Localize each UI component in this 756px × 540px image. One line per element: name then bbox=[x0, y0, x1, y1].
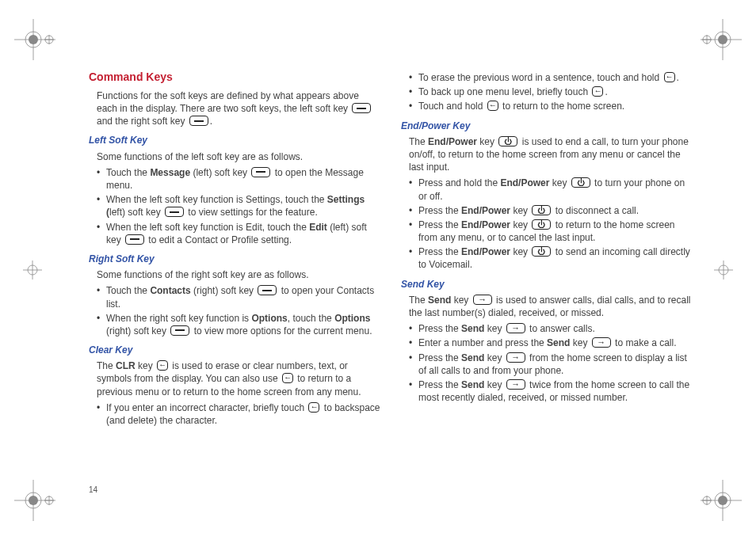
list-item: Press the Send key from the home screen … bbox=[409, 352, 694, 377]
send-key-icon bbox=[592, 337, 611, 348]
crop-mark-icon bbox=[697, 246, 745, 294]
list-item: Press the Send key to answer calls. bbox=[409, 322, 694, 335]
paragraph: The Send key is used to answer calls, di… bbox=[409, 294, 694, 319]
softkey-icon bbox=[352, 103, 371, 113]
send-key-icon bbox=[473, 295, 492, 305]
text: If you enter an incorrect character, bri… bbox=[106, 402, 307, 413]
text: to return to the home screen. bbox=[500, 101, 624, 112]
right-column: To erase the previous word in a sentence… bbox=[401, 70, 694, 485]
text: key bbox=[484, 379, 504, 390]
text: Press the bbox=[418, 246, 461, 257]
text: . bbox=[677, 72, 679, 83]
list-item: Touch and hold to return to the home scr… bbox=[409, 100, 694, 112]
section-heading: Command Keys bbox=[89, 70, 382, 85]
crop-mark-icon bbox=[11, 16, 59, 63]
text: Touch the bbox=[106, 167, 150, 178]
paragraph: The CLR key is used to erase or clear nu… bbox=[97, 359, 382, 398]
text: When the left soft key function is Setti… bbox=[106, 194, 327, 205]
text: key bbox=[549, 177, 569, 188]
text: Press the bbox=[418, 352, 461, 363]
clr-key-icon bbox=[487, 101, 498, 111]
text: Functions for the soft keys are defined … bbox=[97, 90, 359, 114]
softkey-icon bbox=[258, 285, 277, 295]
paragraph: Some functions of the right soft key are… bbox=[97, 268, 382, 281]
text: key bbox=[570, 337, 590, 348]
text: When the left soft key function is Edit,… bbox=[106, 222, 309, 233]
power-key-icon bbox=[532, 219, 551, 230]
bold-text: Send bbox=[461, 379, 484, 390]
text: . bbox=[210, 116, 212, 127]
bold-text: Contacts bbox=[150, 285, 190, 296]
paragraph: The End/Power key is used to end a call,… bbox=[409, 135, 694, 174]
softkey-icon bbox=[165, 207, 184, 217]
text: key bbox=[484, 352, 504, 363]
text: key bbox=[510, 246, 530, 257]
power-key-icon bbox=[571, 177, 590, 188]
list-item: When the left soft key function is Setti… bbox=[97, 193, 382, 219]
bold-text: End/Power bbox=[461, 246, 510, 257]
crop-mark-icon bbox=[697, 16, 745, 63]
list-item: To erase the previous word in a sentence… bbox=[409, 71, 694, 84]
text: to view more options for the current men… bbox=[191, 325, 372, 337]
softkey-icon bbox=[189, 116, 208, 126]
list-item: Press and hold the End/Power key to turn… bbox=[409, 177, 694, 202]
list-item: When the right soft key function is Opti… bbox=[97, 312, 382, 337]
text: key bbox=[510, 219, 530, 230]
bold-text: Send bbox=[428, 295, 451, 306]
bold-text: End/Power bbox=[428, 136, 477, 147]
softkey-icon bbox=[170, 325, 189, 336]
softkey-icon bbox=[125, 234, 144, 245]
list-item: Press the End/Power key to disconnect a … bbox=[409, 204, 694, 217]
clr-key-icon bbox=[282, 373, 293, 383]
intro-paragraph: Functions for the soft keys are defined … bbox=[97, 89, 382, 128]
text: (right) soft key bbox=[191, 285, 257, 296]
text: to answer calls. bbox=[527, 323, 595, 334]
crop-mark-icon bbox=[11, 477, 59, 524]
bullet-list: Press and hold the End/Power key to turn… bbox=[409, 177, 694, 271]
text: key bbox=[510, 205, 530, 216]
text: Press the bbox=[418, 379, 461, 390]
text: Touch the bbox=[106, 285, 150, 296]
text: To erase the previous word in a sentence… bbox=[418, 72, 662, 83]
bullet-list: If you enter an incorrect character, bri… bbox=[97, 401, 382, 427]
crop-mark-icon bbox=[11, 246, 59, 294]
softkey-icon bbox=[251, 167, 270, 177]
power-key-icon bbox=[532, 246, 551, 257]
list-item: Touch the Message (left) soft key to ope… bbox=[97, 166, 382, 192]
text: key bbox=[451, 295, 471, 306]
text: (right) soft key bbox=[106, 325, 169, 337]
send-key-icon bbox=[506, 379, 525, 390]
bullet-list: Touch the Message (left) soft key to ope… bbox=[97, 166, 382, 246]
list-item: Touch the Contacts (right) soft key to o… bbox=[97, 284, 382, 310]
clr-key-icon bbox=[664, 72, 675, 82]
subsection-heading: Send Key bbox=[401, 278, 694, 291]
bold-text: Send bbox=[461, 352, 484, 363]
bold-text: Send bbox=[547, 337, 570, 348]
list-item: If you enter an incorrect character, bri… bbox=[97, 401, 382, 427]
text: . bbox=[605, 86, 607, 97]
text: Touch and hold bbox=[418, 101, 486, 112]
list-item: Press the End/Power key to send an incom… bbox=[409, 245, 694, 271]
subsection-heading: End/Power Key bbox=[401, 120, 694, 132]
list-item: When the left soft key function is Edit,… bbox=[97, 221, 382, 246]
list-item: Enter a number and press the Send key to… bbox=[409, 337, 694, 349]
text: to disconnect a call. bbox=[552, 205, 639, 216]
subsection-heading: Right Soft Key bbox=[89, 253, 382, 265]
subsection-heading: Left Soft Key bbox=[89, 134, 382, 146]
power-key-icon bbox=[498, 136, 517, 146]
text: Enter a number and press the bbox=[418, 337, 547, 348]
text: key bbox=[136, 360, 155, 371]
text: Press the bbox=[418, 205, 461, 216]
text: left) soft key bbox=[109, 207, 163, 218]
text: and the right soft key bbox=[97, 116, 188, 127]
text: (left) soft key bbox=[190, 167, 250, 178]
clr-key-icon bbox=[308, 402, 319, 413]
clr-key-icon bbox=[592, 86, 603, 97]
power-key-icon bbox=[532, 205, 551, 215]
bullet-list: Touch the Contacts (right) soft key to o… bbox=[97, 284, 382, 337]
text: To back up one menu level, briefly touch bbox=[418, 86, 590, 97]
list-item: Press the Send key twice from the home s… bbox=[409, 378, 694, 404]
bold-text: Options bbox=[251, 313, 287, 324]
text: to edit a Contact or Profile setting. bbox=[146, 234, 292, 245]
text: key bbox=[477, 136, 497, 147]
